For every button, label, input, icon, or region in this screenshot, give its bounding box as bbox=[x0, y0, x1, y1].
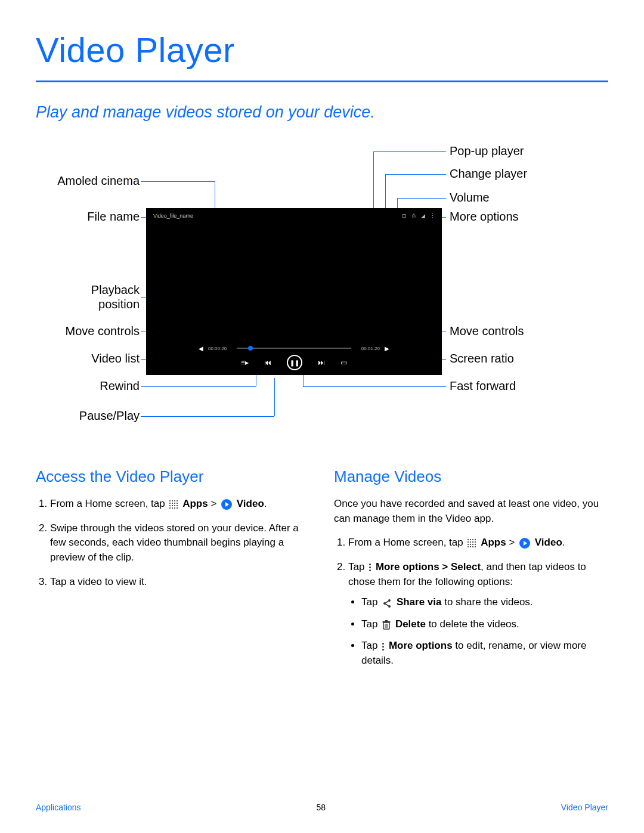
label-rewind: Rewind bbox=[100, 379, 140, 393]
player-diagram: Amoled cinema File name Playback positio… bbox=[36, 145, 608, 450]
manage-bullet-more: Tap More options to edit, rename, or vie… bbox=[361, 639, 608, 668]
page-footer: Applications 58 Video Player bbox=[36, 803, 608, 812]
apps-icon bbox=[467, 539, 476, 547]
label-amoled-cinema: Amoled cinema bbox=[57, 174, 140, 188]
manage-bullet-share: Tap Share via to share the videos. bbox=[361, 595, 608, 610]
fast-forward-icon: ⏭ bbox=[318, 358, 325, 367]
share-icon bbox=[382, 598, 392, 608]
move-left-icon: ◀ bbox=[199, 345, 203, 352]
apps-icon bbox=[169, 500, 178, 509]
label-file-name: File name bbox=[87, 210, 140, 224]
volume-icon: ◢ bbox=[420, 213, 426, 219]
access-section: Access the Video Player From a Home scre… bbox=[36, 467, 310, 678]
player-filename: Video_file_name bbox=[153, 213, 193, 219]
svg-rect-7 bbox=[385, 620, 388, 621]
label-video-list: Video list bbox=[91, 352, 140, 366]
popup-player-icon: ⊡ bbox=[401, 213, 407, 219]
video-icon bbox=[519, 538, 530, 549]
manage-intro: Once you have recorded and saved at leas… bbox=[334, 497, 608, 526]
more-options-icon: ⋮ bbox=[430, 213, 436, 219]
manage-section: Manage Videos Once you have recorded and… bbox=[334, 467, 608, 678]
rewind-icon: ⏮ bbox=[264, 358, 271, 367]
manage-bullet-delete: Tap Delete to delete the videos. bbox=[361, 617, 608, 632]
screen-ratio-icon: ▭ bbox=[340, 358, 347, 367]
label-move-controls-left: Move controls bbox=[66, 324, 140, 338]
label-pause-play: Pause/Play bbox=[79, 409, 140, 423]
svg-line-4 bbox=[386, 604, 389, 606]
video-player-screenshot: Video_file_name ⊡ ⎙ ◢ ⋮ ◀ 00:00:20 00:01… bbox=[146, 208, 442, 375]
label-playback-position: Playback position bbox=[91, 283, 140, 311]
manage-step-2: Tap More options > Select, and then tap … bbox=[348, 560, 608, 668]
access-step-2: Swipe through the videos stored on your … bbox=[50, 521, 310, 565]
manage-step-1: From a Home screen, tap Apps > Video. bbox=[348, 535, 608, 550]
more-options-icon bbox=[369, 563, 371, 571]
manage-heading: Manage Videos bbox=[334, 467, 608, 486]
label-volume: Volume bbox=[450, 191, 490, 205]
progress-bar bbox=[237, 348, 351, 349]
access-step-1: From a Home screen, tap Apps > Video. bbox=[50, 497, 310, 512]
change-player-icon: ⎙ bbox=[411, 213, 417, 219]
access-step-3: Tap a video to view it. bbox=[50, 575, 310, 590]
footer-left: Applications bbox=[36, 803, 81, 812]
footer-right: Video Player bbox=[561, 803, 608, 812]
label-change-player: Change player bbox=[450, 167, 527, 181]
page-subtitle: Play and manage videos stored on your de… bbox=[36, 103, 608, 122]
label-fast-forward: Fast forward bbox=[450, 379, 516, 393]
label-screen-ratio: Screen ratio bbox=[450, 352, 514, 366]
label-popup-player: Pop-up player bbox=[450, 144, 524, 158]
title-divider bbox=[36, 80, 608, 82]
label-move-controls-right: Move controls bbox=[450, 324, 524, 338]
trash-icon bbox=[382, 620, 391, 629]
footer-page-number: 58 bbox=[316, 803, 326, 812]
time-current: 00:00:20 bbox=[208, 346, 232, 351]
time-total: 00:01:20 bbox=[356, 346, 380, 351]
video-icon bbox=[221, 499, 232, 510]
player-top-icons: ⊡ ⎙ ◢ ⋮ bbox=[401, 213, 436, 219]
pause-icon: ❚❚ bbox=[287, 355, 302, 370]
svg-line-3 bbox=[386, 601, 389, 603]
label-more-options: More options bbox=[450, 210, 519, 224]
more-options-icon bbox=[382, 643, 384, 651]
video-list-icon: ≡▸ bbox=[241, 358, 249, 367]
page-title: Video Player bbox=[36, 30, 608, 70]
svg-rect-6 bbox=[383, 621, 391, 623]
move-right-icon: ▶ bbox=[385, 345, 389, 352]
access-heading: Access the Video Player bbox=[36, 467, 310, 486]
